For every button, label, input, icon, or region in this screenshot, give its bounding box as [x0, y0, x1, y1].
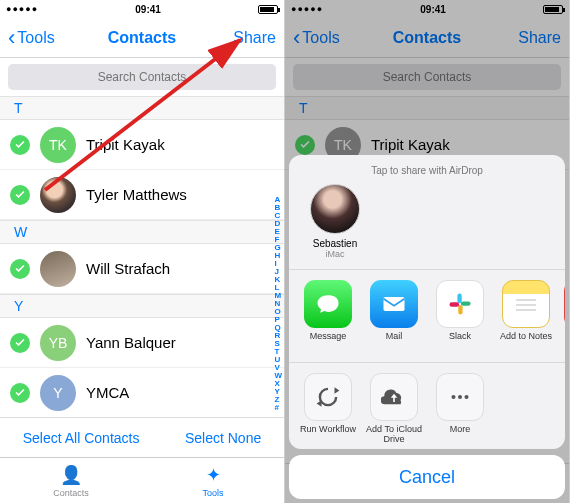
svg-rect-2 [457, 294, 461, 304]
share-app-notes[interactable]: Add to Notes [497, 280, 555, 352]
mail-icon [370, 280, 418, 328]
contact-name: YMCA [86, 384, 129, 401]
workflow-icon [304, 373, 352, 421]
avatar: TK [40, 127, 76, 163]
tab-bar: 👤 Contacts ✦ Tools [0, 457, 284, 503]
slack-icon [436, 280, 484, 328]
bottom-actions: Select All Contacts Select None [0, 417, 284, 457]
app-label: Slack [449, 332, 471, 352]
share-app-message[interactable]: Message [299, 280, 357, 352]
action-label: Run Workflow [300, 425, 356, 445]
screen-left: ●●●●● 09:41 ‹ Tools Contacts Share T TK … [0, 0, 285, 503]
action-label: More [450, 425, 471, 445]
action-more[interactable]: More [431, 373, 489, 445]
status-time: 09:41 [135, 4, 161, 15]
share-action-row[interactable]: Run Workflow Add To iCloud Drive More [289, 373, 565, 445]
tab-label: Tools [202, 488, 223, 498]
avatar [40, 177, 76, 213]
notes-icon [502, 280, 550, 328]
contact-row[interactable]: Y YMCA [0, 368, 284, 417]
svg-rect-5 [450, 302, 460, 306]
contact-row[interactable]: Tyler Matthews [0, 170, 284, 220]
contact-name: Tripit Kayak [371, 136, 450, 153]
divider [289, 269, 565, 270]
tab-tools[interactable]: ✦ Tools [142, 458, 284, 503]
status-bar: ●●●●● 09:41 [0, 0, 284, 18]
chevron-left-icon: ‹ [8, 31, 15, 45]
icloud-icon [370, 373, 418, 421]
section-header-y: Y [0, 294, 284, 318]
app-label: Mail [386, 332, 403, 352]
share-button[interactable]: Share [233, 29, 276, 47]
svg-rect-1 [384, 297, 405, 311]
back-button[interactable]: ‹ Tools [8, 29, 55, 47]
checkmark-icon[interactable] [10, 185, 30, 205]
airdrop-device: iMac [325, 249, 344, 259]
screen-right: ●●●●● 09:41 ‹ Tools Contacts Share T TK … [285, 0, 570, 503]
status-time: 09:41 [420, 4, 446, 15]
share-app-mail[interactable]: Mail [365, 280, 423, 352]
section-header-w: W [0, 220, 284, 244]
wand-icon: ✦ [206, 464, 221, 486]
checkmark-icon[interactable] [10, 259, 30, 279]
share-button[interactable]: Share [518, 29, 561, 47]
action-icloud-drive[interactable]: Add To iCloud Drive [365, 373, 423, 445]
signal-dots-icon: ●●●●● [6, 4, 38, 14]
avatar [40, 251, 76, 287]
checkmark-icon[interactable] [10, 383, 30, 403]
battery-icon [543, 5, 563, 14]
svg-point-10 [458, 395, 462, 399]
checkmark-icon[interactable] [10, 135, 30, 155]
share-app-row[interactable]: Message Mail [289, 280, 565, 352]
search-input[interactable] [293, 64, 561, 90]
status-bar: ●●●●● 09:41 [285, 0, 569, 18]
nav-bar: ‹ Tools Contacts Share [0, 18, 284, 58]
svg-point-11 [464, 395, 468, 399]
cancel-button[interactable]: Cancel [289, 455, 565, 499]
checkmark-icon[interactable] [295, 135, 315, 155]
section-header-t: T [0, 96, 284, 120]
avatar: YB [40, 325, 76, 361]
back-label: Tools [17, 29, 54, 47]
airdrop-heading: Tap to share with AirDrop [289, 165, 565, 176]
contact-row[interactable]: YB Yann Balquer [0, 318, 284, 368]
contact-name: Tripit Kayak [86, 136, 165, 153]
section-header-t: T [285, 96, 569, 120]
battery-icon [258, 5, 278, 14]
action-run-workflow[interactable]: Run Workflow [299, 373, 357, 445]
contact-list[interactable]: T TK Tripit Kayak Tyler Matthews W Will … [0, 96, 284, 417]
contact-name: Tyler Matthews [86, 186, 187, 203]
share-panel: Tap to share with AirDrop Sebastien iMac… [289, 155, 565, 449]
contact-name: Will Strafach [86, 260, 170, 277]
search-input[interactable] [8, 64, 276, 90]
back-button[interactable]: ‹ Tools [293, 29, 340, 47]
airdrop-target[interactable]: Sebastien iMac [305, 184, 365, 259]
contact-row[interactable]: TK Tripit Kayak [0, 120, 284, 170]
app-label: Message [310, 332, 347, 352]
message-icon [304, 280, 352, 328]
tab-contacts[interactable]: 👤 Contacts [0, 458, 142, 503]
checkmark-icon[interactable] [10, 333, 30, 353]
share-app-slack[interactable]: Slack [431, 280, 489, 352]
share-sheet: Tap to share with AirDrop Sebastien iMac… [289, 155, 565, 499]
index-letter[interactable]: # [274, 404, 282, 412]
person-icon: 👤 [60, 464, 82, 486]
tab-label: Contacts [53, 488, 89, 498]
action-label: Add To iCloud Drive [365, 425, 423, 445]
chevron-left-icon: ‹ [293, 31, 300, 45]
divider [289, 362, 565, 363]
select-none-button[interactable]: Select None [185, 430, 261, 446]
svg-point-9 [451, 395, 455, 399]
contact-row[interactable]: Will Strafach [0, 244, 284, 294]
more-icon [436, 373, 484, 421]
avatar: Y [40, 375, 76, 411]
svg-rect-4 [458, 305, 462, 315]
airdrop-name: Sebastien [313, 238, 357, 249]
airdrop-avatar [310, 184, 360, 234]
alpha-index[interactable]: ABCDEFGHIJKLMNOPQRSTUVWXYZ# [274, 196, 282, 357]
svg-rect-3 [461, 301, 471, 305]
drafts-icon [564, 280, 565, 328]
select-all-button[interactable]: Select All Contacts [23, 430, 140, 446]
share-app-more[interactable]: Import Drafts [559, 280, 565, 352]
back-label: Tools [302, 29, 339, 47]
